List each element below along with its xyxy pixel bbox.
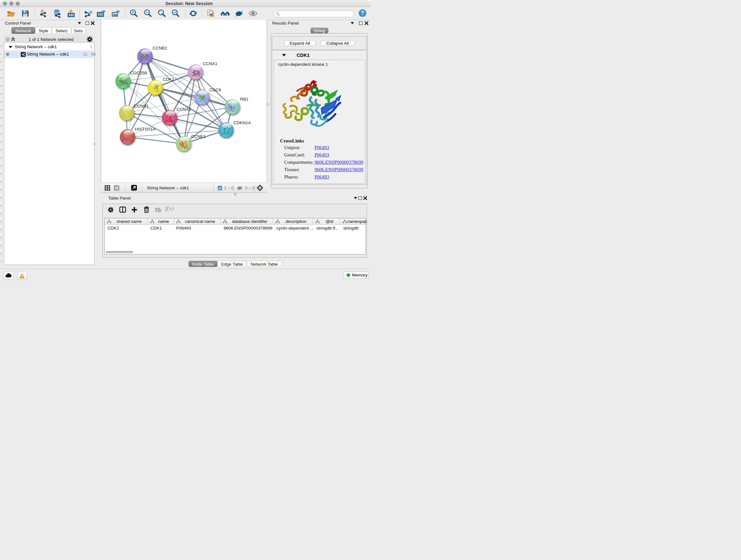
svg-text:CCNB2: CCNB2 [152,46,167,51]
svg-text:HIST1H1A: HIST1H1A [135,127,156,132]
svg-text:CCNA1: CCNA1 [203,61,218,66]
svg-text:CCNA2: CCNA2 [177,107,191,112]
svg-text:CCNB1: CCNB1 [134,104,149,109]
svg-text:CDK1: CDK1 [163,77,174,82]
svg-text:CDKN1A: CDKN1A [233,120,251,125]
svg-text:CDC6: CDC6 [209,87,221,92]
svg-text:CCNE1: CCNE1 [191,134,206,139]
svg-text:RB1: RB1 [240,97,249,102]
svg-text:CDC25B: CDC25B [130,71,147,75]
